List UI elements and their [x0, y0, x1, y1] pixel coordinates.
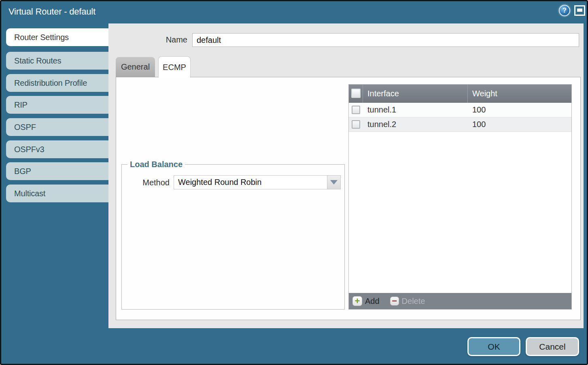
window-restore-icon[interactable] — [574, 5, 585, 16]
name-label: Name — [155, 35, 187, 45]
row-checkbox-cell — [349, 117, 363, 132]
tab-label: General — [121, 62, 150, 72]
cell-weight: 100 — [468, 117, 571, 132]
method-dropdown-button[interactable] — [327, 176, 340, 189]
select-all-checkbox[interactable] — [351, 89, 361, 98]
sidebar-item-label: BGP — [14, 167, 31, 176]
delete-button-label: Delete — [402, 297, 425, 306]
ok-button-label: OK — [488, 342, 500, 352]
dialog-title: Virtual Router - default — [8, 6, 96, 17]
help-icon-glyph: ? — [563, 7, 567, 14]
sidebar-item-label: OSPFv3 — [14, 145, 44, 154]
sidebar-item-label: Router Settings — [14, 33, 69, 42]
ok-button[interactable]: OK — [467, 337, 520, 356]
name-input[interactable] — [192, 33, 579, 47]
add-button[interactable]: + Add — [352, 296, 380, 306]
cancel-button-label: Cancel — [539, 342, 565, 352]
sidebar-item-ospf[interactable]: OSPF — [6, 118, 108, 136]
column-header-interface[interactable]: Interface — [363, 85, 468, 103]
tab-ecmp[interactable]: ECMP — [158, 56, 191, 78]
row-checkbox[interactable] — [352, 120, 360, 129]
tab-label: ECMP — [163, 63, 186, 72]
add-button-label: Add — [365, 297, 380, 306]
cell-weight: 100 — [468, 103, 571, 117]
sidebar-item-label: Multicast — [14, 189, 45, 198]
window-restore-icon-bar — [577, 8, 582, 12]
method-dropdown-value: Weighted Round Robin — [178, 178, 261, 187]
method-dropdown[interactable]: Weighted Round Robin — [174, 175, 341, 189]
table-toolbar: + Add − Delete — [349, 293, 571, 309]
cell-interface: tunnel.1 — [363, 103, 468, 117]
delete-button[interactable]: − Delete — [390, 297, 425, 306]
sidebar-item-redistribution-profile[interactable]: Redistribution Profile — [6, 74, 108, 92]
tab-general[interactable]: General — [116, 57, 155, 77]
table-row[interactable]: tunnel.1 100 — [349, 103, 571, 117]
sidebar-item-router-settings[interactable]: Router Settings — [6, 28, 108, 46]
sidebar-item-ospfv3[interactable]: OSPFv3 — [6, 140, 108, 158]
sidebar-item-label: Redistribution Profile — [14, 79, 87, 88]
sidebar-item-label: RIP — [14, 100, 28, 110]
cell-interface: tunnel.2 — [363, 117, 468, 132]
select-all-cell — [349, 85, 363, 103]
row-checkbox[interactable] — [352, 106, 360, 114]
virtual-router-dialog: Virtual Router - default ? Router Settin… — [0, 0, 588, 365]
sidebar-item-multicast[interactable]: Multicast — [6, 185, 108, 202]
column-header-weight[interactable]: Weight — [468, 85, 571, 103]
help-icon[interactable]: ? — [559, 5, 570, 16]
sidebar-item-static-routes[interactable]: Static Routes — [6, 52, 108, 70]
sidebar-item-rip[interactable]: RIP — [6, 96, 108, 114]
sidebar-item-label: Static Routes — [14, 56, 61, 66]
method-label: Method — [135, 178, 170, 187]
sidebar-item-bgp[interactable]: BGP — [6, 162, 108, 180]
load-balance-legend: Load Balance — [127, 160, 185, 169]
sidebar-item-label: OSPF — [14, 123, 36, 132]
table-row[interactable]: tunnel.2 100 — [349, 117, 571, 132]
cancel-button[interactable]: Cancel — [526, 337, 579, 356]
row-checkbox-cell — [349, 103, 363, 117]
chevron-down-icon — [330, 180, 338, 185]
interface-table: Interface Weight tunnel.1 100 tunnel.2 1… — [348, 84, 572, 310]
minus-icon: − — [390, 297, 399, 306]
plus-icon: + — [352, 296, 362, 306]
table-header: Interface Weight — [349, 85, 571, 103]
